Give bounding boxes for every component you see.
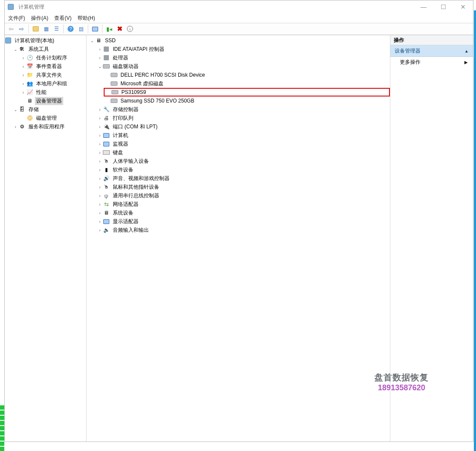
device-print-queues[interactable]: ›🖨打印队列 — [97, 114, 390, 122]
device-hid[interactable]: ›🖱人体学输入设备 — [97, 157, 390, 165]
chevron-right-icon[interactable]: › — [97, 142, 103, 146]
show-tree-button[interactable]: ▦ — [41, 24, 51, 34]
chevron-right-icon[interactable]: › — [20, 56, 26, 60]
chevron-right-icon[interactable]: › — [97, 228, 103, 233]
chevron-right-icon[interactable]: › — [97, 150, 103, 155]
network-icon: ⇆ — [103, 201, 110, 208]
chevron-right-icon[interactable]: › — [97, 107, 103, 112]
device-system-devices[interactable]: ›🖥系统设备 — [97, 208, 390, 217]
chevron-right-icon[interactable]: › — [12, 124, 19, 129]
properties-button[interactable]: ▤ — [76, 24, 86, 34]
device-monitors[interactable]: ›监视器 — [97, 140, 390, 148]
chevron-down-icon[interactable]: ⌄ — [12, 47, 19, 52]
tree-performance[interactable]: ›📈性能 — [20, 88, 86, 96]
keyboard-icon — [103, 149, 110, 156]
chevron-right-icon[interactable]: › — [97, 47, 103, 52]
software-icon: ▮ — [103, 166, 110, 173]
disk-dell-h700[interactable]: DELL PERC H700 SCSI Disk Device — [105, 71, 390, 79]
device-software-devices[interactable]: ›▮软件设备 — [97, 165, 390, 174]
collapse-triangle-icon[interactable]: ▲ — [464, 49, 469, 53]
menu-action[interactable]: 操作(A) — [31, 15, 48, 22]
users-icon: 👥 — [26, 80, 33, 87]
tree-device-manager[interactable]: 🖥设备管理器 — [20, 96, 86, 105]
tree-disk-management[interactable]: 📀磁盘管理 — [20, 114, 86, 122]
list-button[interactable]: ☰ — [52, 24, 61, 34]
chevron-right-icon[interactable]: › — [97, 56, 103, 60]
device-processor[interactable]: ›处理器 — [97, 53, 390, 62]
chevron-right-icon[interactable]: › — [97, 219, 103, 224]
chevron-down-icon[interactable]: ⌄ — [97, 64, 103, 69]
tree-task-scheduler[interactable]: ›🕑任务计划程序 — [20, 53, 86, 62]
tree-services-apps[interactable]: › ⚙ 服务和应用程序 — [12, 122, 86, 131]
nav-forward-button[interactable]: ⇨ — [17, 24, 26, 34]
chevron-right-icon[interactable]: › — [97, 133, 103, 138]
disk-samsung-750evo[interactable]: Samsung SSD 750 EVO 250GB — [105, 96, 390, 105]
chevron-right-icon[interactable]: › — [97, 124, 103, 129]
maximize-button[interactable]: ☐ — [433, 0, 453, 13]
tree-shared-folders[interactable]: ›📁共享文件夹 — [20, 71, 86, 79]
computer-management-window: 计算机管理 — ☐ ✕ 文件(F) 操作(A) 查看(V) 帮助(H) ⇦ ⇨ … — [4, 0, 473, 442]
device-sound[interactable]: ›🔊声音、视频和游戏控制器 — [97, 174, 390, 183]
chevron-right-icon[interactable]: › — [97, 185, 103, 190]
disk-ms-virtual[interactable]: Microsoft 虚拟磁盘 — [105, 79, 390, 88]
device-keyboards[interactable]: ›键盘 — [97, 148, 390, 157]
action-more-label: 更多操作 — [400, 59, 420, 66]
chevron-right-icon[interactable]: › — [20, 64, 26, 69]
chevron-right-icon[interactable]: › — [97, 193, 103, 198]
device-network[interactable]: ›⇆网络适配器 — [97, 200, 390, 208]
tree-system-tools[interactable]: ⌄ 🛠 系统工具 — [12, 45, 86, 53]
device-audio-io[interactable]: ›🔈音频输入和输出 — [97, 226, 390, 234]
chevron-right-icon[interactable]: › — [97, 168, 103, 172]
chevron-right-icon[interactable]: › — [20, 73, 26, 78]
console-tree-pane[interactable]: 计算机管理(本地) ⌄ 🛠 系统工具 ›🕑任务计划程序 — [5, 35, 87, 442]
disk-icon — [111, 80, 117, 87]
chevron-right-icon[interactable]: › — [97, 211, 103, 215]
scan-hardware-button[interactable]: ↓ — [125, 24, 135, 34]
toolbar: ⇦ ⇨ ▦ ☰ ? ▤ ▮◂ ✖ ↓ — [5, 23, 473, 35]
device-mice[interactable]: ›🖱鼠标和其他指针设备 — [97, 183, 390, 191]
toolbar-separator — [102, 25, 102, 33]
chevron-right-icon[interactable]: › — [20, 81, 26, 86]
menu-file[interactable]: 文件(F) — [8, 15, 25, 22]
toolbar-separator — [28, 25, 29, 33]
device-ide[interactable]: ›IDE ATA/ATAPI 控制器 — [97, 45, 390, 53]
tree-event-viewer[interactable]: ›📅事件查看器 — [20, 62, 86, 71]
minimize-button[interactable]: — — [414, 0, 433, 13]
display-adapter-icon — [103, 218, 110, 225]
close-button[interactable]: ✕ — [453, 0, 473, 13]
action-more[interactable]: 更多操作 ▶ — [390, 57, 473, 67]
tools-icon: 🛠 — [19, 46, 25, 53]
device-storage-controllers[interactable]: ›🔧存储控制器 — [97, 105, 390, 114]
device-display-adapters[interactable]: ›显示适配器 — [97, 217, 390, 226]
device-tree-pane[interactable]: ⌄ 🖥 SSD ›IDE ATA/ATAPI 控制器 ›处理器 ⌄磁盘驱动器 D… — [87, 35, 390, 442]
chevron-down-icon[interactable]: ⌄ — [89, 38, 95, 43]
chevron-down-icon[interactable]: ⌄ — [12, 107, 19, 112]
menu-view[interactable]: 查看(V) — [54, 15, 71, 22]
title-bar[interactable]: 计算机管理 — ☐ ✕ — [5, 0, 473, 13]
chevron-right-icon[interactable]: › — [97, 159, 103, 164]
chevron-right-icon[interactable]: › — [97, 202, 103, 207]
chevron-right-icon[interactable]: › — [97, 176, 103, 181]
performance-icon: 📈 — [26, 89, 33, 96]
enable-device-button[interactable]: ▮◂ — [105, 24, 114, 34]
chevron-right-icon[interactable]: › — [20, 90, 26, 95]
disk-mgmt-icon: 📀 — [26, 115, 33, 121]
chevron-right-icon[interactable]: › — [97, 116, 103, 121]
tree-local-users[interactable]: ›👥本地用户和组 — [20, 79, 86, 88]
tree-root-label: 计算机管理(本地) — [13, 37, 56, 45]
nav-back-button[interactable]: ⇦ — [6, 24, 16, 34]
device-computer[interactable]: ›计算机 — [97, 131, 390, 140]
device-usb[interactable]: ›ψ通用串行总线控制器 — [97, 191, 390, 200]
tree-root-local[interactable]: 计算机管理(本地) — [5, 36, 86, 45]
up-folder-button[interactable] — [31, 24, 40, 34]
disk-ps3109s9[interactable]: PS3109S9 — [104, 88, 390, 96]
device-root[interactable]: ⌄ 🖥 SSD — [89, 36, 390, 45]
menu-help[interactable]: 帮助(H) — [77, 15, 95, 22]
device-disk-drives[interactable]: ⌄磁盘驱动器 — [97, 62, 390, 71]
monitor-icon[interactable] — [90, 24, 100, 34]
device-ports[interactable]: ›🔌端口 (COM 和 LPT) — [97, 122, 390, 131]
disable-device-button[interactable]: ✖ — [115, 24, 124, 34]
actions-category[interactable]: 设备管理器 ▲ — [390, 45, 473, 57]
help-button[interactable]: ? — [66, 24, 75, 34]
tree-storage[interactable]: ⌄ 🗄 存储 — [12, 105, 86, 114]
